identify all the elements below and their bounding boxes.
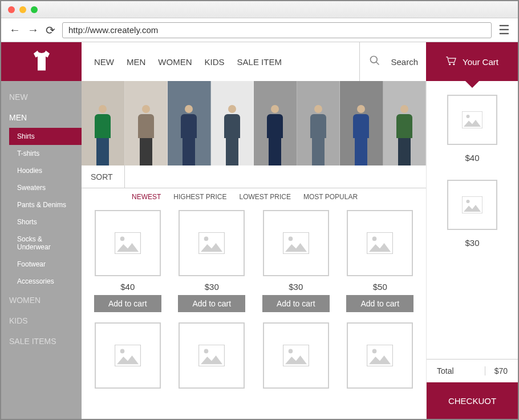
product-price: $30 (289, 282, 303, 292)
svg-point-21 (467, 115, 470, 118)
sub-socks[interactable]: Socks & Underwear (9, 231, 82, 256)
product-card: $30 Add to cart (177, 210, 247, 312)
sub-sweaters[interactable]: Sweaters (9, 179, 82, 196)
product-card (261, 322, 331, 389)
sub-tshirts[interactable]: T-shirts (9, 145, 82, 162)
tshirt-icon (30, 49, 54, 75)
content: SORT NEWEST HIGHEST PRICE LOWEST PRICE M… (82, 81, 426, 419)
search-icon (369, 55, 380, 69)
back-icon[interactable]: ← (9, 23, 21, 37)
nav-sale[interactable]: SALE ITEM (237, 57, 282, 67)
banner-image (383, 81, 427, 165)
svg-point-11 (372, 237, 377, 241)
sub-pants[interactable]: Pants & Denims (9, 196, 82, 213)
browser-window: ← → ⟳ http://www.creately.com ☰ NEW MEN … (0, 0, 519, 420)
svg-point-23 (467, 200, 470, 203)
svg-point-13 (120, 349, 124, 354)
product-image-placeholder[interactable] (263, 210, 329, 276)
product-card: $30 Add to cart (261, 210, 331, 312)
sidebar-men-sub: Shirts T-shirts Hoodies Sweaters Pants &… (1, 128, 82, 290)
search-label: Search (391, 57, 418, 67)
banner-image (297, 81, 340, 165)
add-to-cart-button[interactable]: Add to cart (178, 295, 245, 312)
svg-point-3 (453, 63, 455, 64)
product-image-placeholder[interactable] (179, 322, 245, 389)
product-card (177, 322, 247, 389)
banner-image (125, 81, 168, 165)
product-image-placeholder[interactable] (347, 210, 413, 276)
svg-point-7 (204, 237, 209, 241)
sort-popular[interactable]: MOST POPULAR (303, 193, 358, 201)
sidebar-kids[interactable]: KIDS (1, 310, 82, 331)
sort-highest[interactable]: HIGHEST PRICE (173, 193, 226, 201)
nav-kids[interactable]: KIDS (205, 57, 225, 67)
logo[interactable] (1, 42, 82, 81)
sidebar-new[interactable]: NEW (1, 87, 82, 107)
svg-point-17 (288, 349, 293, 354)
close-icon[interactable] (8, 6, 15, 13)
site-header: NEW MEN WOMEN KIDS SALE ITEM Search Your… (1, 42, 518, 81)
product-image-placeholder[interactable] (347, 322, 413, 389)
product-price: $50 (373, 282, 387, 292)
product-image-placeholder[interactable] (179, 210, 245, 276)
add-to-cart-button[interactable]: Add to cart (262, 295, 330, 312)
banner-image (211, 81, 254, 165)
sub-shirts[interactable]: Shirts (9, 128, 82, 145)
nav-men[interactable]: MEN (127, 57, 145, 67)
sidebar: NEW MEN Shirts T-shirts Hoodies Sweaters… (1, 81, 82, 419)
search-area[interactable]: Search (359, 42, 418, 81)
cart-header[interactable]: Your Cart (426, 42, 518, 81)
svg-point-9 (288, 237, 293, 241)
svg-line-1 (376, 62, 379, 64)
sort-lowest[interactable]: LOWEST PRICE (239, 193, 290, 201)
cart-item-image[interactable] (447, 180, 497, 230)
sidebar-men[interactable]: MEN (1, 107, 82, 128)
product-image-placeholder[interactable] (263, 322, 329, 389)
cart-item: $40 (427, 95, 518, 163)
sub-accessories[interactable]: Accessories (9, 273, 82, 290)
titlebar (1, 1, 518, 18)
sidebar-women[interactable]: WOMEN (1, 290, 82, 310)
banner-image (168, 81, 211, 165)
svg-point-15 (204, 349, 209, 354)
product-card: $40 Add to cart (93, 210, 163, 312)
checkout-button[interactable]: CHECKUOT (427, 382, 518, 419)
minimize-icon[interactable] (19, 6, 26, 13)
svg-point-0 (371, 56, 378, 63)
browser-toolbar: ← → ⟳ http://www.creately.com ☰ (1, 18, 518, 42)
sub-hoodies[interactable]: Hoodies (9, 162, 82, 179)
product-card (346, 322, 415, 389)
hamburger-icon[interactable]: ☰ (498, 23, 510, 38)
product-image-placeholder[interactable] (95, 322, 161, 389)
banner-image (254, 81, 297, 165)
cart-total-row: Total $70 (427, 359, 518, 382)
cart-item-price: $40 (465, 153, 479, 163)
nav-new[interactable]: NEW (94, 57, 114, 67)
maximize-icon[interactable] (31, 6, 38, 13)
main-area: NEW MEN Shirts T-shirts Hoodies Sweaters… (1, 81, 518, 419)
product-price: $40 (120, 282, 135, 292)
sub-shorts[interactable]: Shorts (9, 213, 82, 231)
cart-item-image[interactable] (447, 95, 497, 145)
cart-label: Your Cart (463, 57, 498, 67)
forward-icon[interactable]: → (27, 23, 39, 37)
sidebar-sale[interactable]: SALE ITEMS (1, 331, 82, 352)
sort-newest[interactable]: NEWEST (132, 193, 161, 201)
cart-item: $30 (427, 180, 518, 248)
svg-point-19 (372, 349, 377, 354)
add-to-cart-button[interactable]: Add to cart (346, 295, 413, 312)
product-price: $30 (205, 282, 219, 292)
reload-icon[interactable]: ⟳ (46, 23, 55, 37)
hero-banner (82, 81, 426, 165)
nav-women[interactable]: WOMEN (158, 57, 192, 67)
url-input[interactable]: http://www.creately.com (62, 22, 492, 38)
sort-label: SORT (91, 165, 125, 188)
add-to-cart-button[interactable]: Add to cart (94, 295, 161, 312)
sub-footwear[interactable]: Footwear (9, 256, 82, 273)
product-card (93, 322, 163, 389)
cart-icon (445, 56, 457, 67)
product-image-placeholder[interactable] (95, 210, 161, 276)
svg-point-2 (449, 63, 450, 64)
total-value: $70 (485, 366, 508, 375)
product-grid: $40 Add to cart $30 Add to cart $30 Add … (82, 205, 426, 393)
